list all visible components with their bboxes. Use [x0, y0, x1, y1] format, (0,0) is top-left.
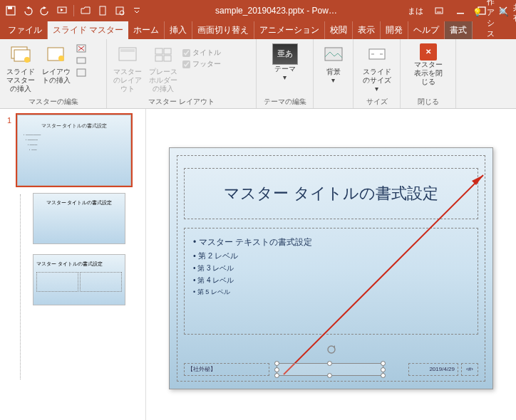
- tab-file[interactable]: ファイル: [3, 21, 48, 39]
- resize-handle[interactable]: [274, 373, 279, 378]
- title-placeholder[interactable]: マスター タイトルの書式設定: [184, 168, 478, 219]
- label: レイアウトの挿入: [41, 68, 71, 85]
- resize-handle[interactable]: [327, 361, 332, 366]
- group-label: 閉じる: [405, 95, 451, 107]
- chevron-down-icon: ▾: [331, 76, 335, 85]
- slide-title-text: マスター タイトルの書式設定: [224, 183, 438, 204]
- resize-handle[interactable]: [274, 361, 279, 366]
- slide-master-icon: [9, 43, 32, 66]
- new-button[interactable]: [95, 3, 110, 19]
- insert-layout-button[interactable]: レイアウトの挿入: [40, 42, 73, 86]
- save-button[interactable]: [3, 3, 19, 19]
- tab-help[interactable]: ヘルプ: [408, 21, 445, 39]
- svg-point-14: [58, 56, 64, 61]
- master-thumbnail[interactable]: マスター タイトルの書式設定 ・────── ・──── ・─── ・──: [17, 115, 131, 186]
- body-level-2: 第 2 レベル: [193, 251, 469, 261]
- resize-handle[interactable]: [327, 373, 332, 378]
- thumb-title: マスター タイトルの書式設定: [36, 261, 122, 268]
- resize-handle[interactable]: [381, 373, 386, 378]
- undo-button[interactable]: [20, 3, 36, 19]
- tab-format[interactable]: 書式: [445, 21, 473, 39]
- tab-insert[interactable]: 挿入: [165, 21, 192, 39]
- chevron-down-icon: ▾: [283, 73, 287, 82]
- thumb-body: ・────── ・──── ・─── ・──: [22, 132, 126, 152]
- footer-checkbox[interactable]: フッター: [182, 59, 221, 69]
- themes-button[interactable]: 亜あ テーマ ▾: [269, 42, 301, 83]
- tab-home[interactable]: ホーム: [128, 21, 165, 39]
- label: マスター表示を閉じる: [413, 61, 443, 86]
- tell-me[interactable]: 操作アシス: [487, 0, 495, 39]
- slide-master[interactable]: マスター タイトルの書式設定 マスター テキストの書式設定 第 2 レベル 第 …: [169, 147, 493, 389]
- tab-review[interactable]: 校閲: [325, 21, 353, 39]
- qat-customize-button[interactable]: [129, 3, 145, 19]
- footer-center-placeholder[interactable]: [277, 363, 383, 376]
- label: マスターのレイアウト: [113, 68, 143, 93]
- chevron-down-icon: ▾: [375, 85, 378, 93]
- tab-view[interactable]: 表示: [353, 21, 381, 39]
- tab-animations[interactable]: アニメーション: [254, 21, 325, 39]
- group-label: マスター レイアウト: [111, 95, 252, 107]
- body-level-4: 第 4 レベル: [193, 275, 469, 285]
- svg-rect-20: [155, 48, 162, 54]
- svg-rect-23: [164, 56, 171, 61]
- svg-rect-21: [164, 48, 171, 54]
- theme-icon: 亜あ: [272, 43, 298, 65]
- close-master-view-button[interactable]: ✕ マスター表示を閉じる: [412, 42, 445, 88]
- print-preview-button[interactable]: [112, 3, 128, 19]
- master-layout-button: マスターのレイアウト: [111, 42, 144, 95]
- layout-thumbnail[interactable]: マスター タイトルの書式設定: [33, 254, 125, 305]
- thumb-title: マスター タイトルの書式設定: [22, 122, 126, 130]
- resize-handle[interactable]: [274, 367, 279, 372]
- thumb-title: マスター タイトルの書式設定: [36, 199, 122, 206]
- slideshow-button[interactable]: [54, 3, 70, 19]
- tab-transitions[interactable]: 画面切り替え: [192, 21, 254, 39]
- title-checkbox[interactable]: タイトル: [182, 48, 221, 58]
- group-label: サイズ: [358, 95, 396, 107]
- svg-rect-6: [134, 8, 140, 9]
- resize-handle[interactable]: [381, 367, 386, 372]
- insert-placeholder-button: プレースホルダーの挿入: [147, 42, 180, 95]
- group-label: マスターの編集: [4, 95, 102, 107]
- open-button[interactable]: [78, 3, 93, 19]
- date-placeholder[interactable]: 2019/4/29: [408, 363, 458, 376]
- ribbon-options-button[interactable]: [429, 3, 449, 19]
- svg-rect-17: [77, 69, 86, 76]
- layout-icon: [45, 43, 68, 66]
- tab-slide-master[interactable]: スライド マスター: [48, 21, 128, 39]
- body-level-3: 第 3 レベル: [193, 263, 469, 273]
- slide-canvas[interactable]: マスター タイトルの書式設定 マスター テキストの書式設定 第 2 レベル 第 …: [146, 109, 516, 420]
- preserve-icon[interactable]: [76, 68, 87, 78]
- svg-rect-3: [100, 6, 105, 15]
- svg-rect-1: [8, 6, 12, 9]
- insert-slide-master-button[interactable]: スライド マスターの挿入: [4, 42, 37, 95]
- footer-left-placeholder[interactable]: 【社外秘】: [184, 363, 269, 376]
- background-icon: [322, 43, 345, 66]
- minimize-button[interactable]: [450, 3, 470, 19]
- svg-rect-7: [435, 8, 443, 14]
- window-title: sample_20190423.pptx - Pow…: [145, 6, 408, 16]
- background-button[interactable]: 背景 ▾: [318, 42, 349, 86]
- slide-thumbnails-panel[interactable]: 1 マスター タイトルの書式設定 ・────── ・──── ・─── ・── …: [0, 109, 146, 420]
- label: プレースホルダーの挿入: [148, 68, 178, 93]
- resize-handle[interactable]: [381, 361, 386, 366]
- redo-button[interactable]: [37, 3, 53, 19]
- close-icon: ✕: [420, 43, 437, 61]
- separator: [73, 5, 74, 16]
- delete-icon[interactable]: [76, 43, 87, 53]
- layout-thumbnail[interactable]: マスター タイトルの書式設定: [33, 193, 125, 244]
- tab-developer[interactable]: 開発: [381, 21, 408, 39]
- label: テーマ: [274, 65, 296, 73]
- slide-number-placeholder[interactable]: ‹#›: [461, 363, 478, 376]
- tree-connector: [20, 194, 21, 379]
- svg-rect-19: [120, 49, 135, 52]
- label: 背景: [326, 68, 341, 76]
- body-placeholder[interactable]: マスター テキストの書式設定 第 2 レベル 第 3 レベル 第 4 レベル 第…: [184, 228, 478, 335]
- label: スライド マスターの挿入: [6, 68, 36, 93]
- share-button[interactable]: 共有: [513, 2, 516, 23]
- group-label: [318, 98, 349, 107]
- slide-size-button[interactable]: スライドのサイズ ▾: [361, 42, 393, 95]
- svg-rect-22: [155, 56, 162, 61]
- rename-icon[interactable]: [76, 56, 87, 65]
- rotation-handle[interactable]: [326, 345, 336, 355]
- master-layout-icon: [116, 43, 139, 66]
